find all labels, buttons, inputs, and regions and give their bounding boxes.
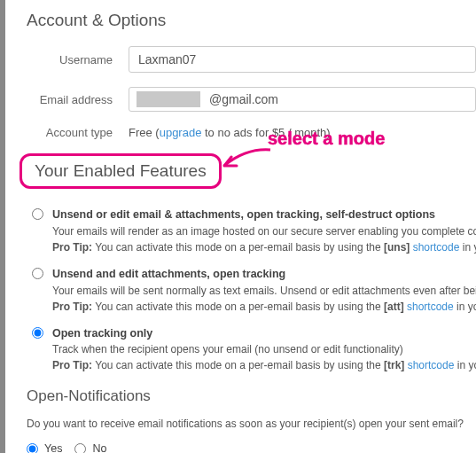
account-type-prefix: Free (: [129, 126, 160, 139]
radio-notif-yes[interactable]: [27, 443, 38, 453]
protip-post: in your email's subject: [454, 301, 476, 313]
option-desc: Your emails will be sent normally as tex…: [52, 283, 476, 299]
protip-code: [uns]: [384, 241, 410, 254]
feature-option-unsend-att[interactable]: Unsend and edit attachments, open tracki…: [27, 266, 476, 315]
page-title: Account & Options: [27, 11, 476, 30]
option-title: Open tracking only: [52, 325, 476, 342]
notif-yes-label: Yes: [44, 442, 62, 453]
shortcode-link[interactable]: shortcode: [408, 359, 455, 371]
option-desc: Track when the recipient opens your emai…: [52, 341, 476, 357]
feature-option-unsend-full[interactable]: Unsend or edit email & attachments, open…: [27, 207, 476, 255]
radio-track-only[interactable]: [32, 327, 43, 339]
username-label: Username: [27, 53, 129, 66]
row-email: Email address @gmail.com: [27, 87, 476, 112]
email-label: Email address: [27, 93, 129, 106]
protip-pre: You can activate this mode on a per-emai…: [92, 301, 384, 313]
option-body: Open tracking only Track when the recipi…: [52, 325, 476, 374]
notifications-heading: Open-Notifications: [27, 387, 476, 405]
option-title: Unsend and edit attachments, open tracki…: [52, 266, 476, 283]
notifications-yesno: Yes No: [27, 442, 476, 453]
option-protip: Pro Tip: You can activate this mode on a…: [52, 299, 476, 315]
notif-no-label: No: [92, 442, 106, 453]
account-type-label: Account type: [27, 126, 129, 139]
email-domain: @gmail.com: [209, 92, 278, 106]
left-gutter: [0, 0, 5, 453]
shortcode-link[interactable]: shortcode: [413, 241, 460, 254]
protip-pre: You can activate this mode on a per-emai…: [92, 241, 384, 254]
protip-code: [att]: [384, 301, 404, 313]
email-local-redacted: [137, 91, 200, 107]
upgrade-link[interactable]: upgrade: [160, 126, 202, 139]
email-input[interactable]: @gmail.com: [129, 87, 476, 112]
row-username: Username: [27, 46, 476, 73]
option-body: Unsend and edit attachments, open tracki…: [52, 266, 476, 315]
protip-label: Pro Tip:: [52, 359, 92, 371]
notifications-question: Do you want to receive email notificatio…: [27, 418, 476, 430]
option-protip: Pro Tip: You can activate this mode on a…: [52, 239, 476, 255]
annotation-arrow-icon: [219, 146, 272, 173]
page-content: Account & Options Username Email address…: [0, 0, 476, 453]
shortcode-link[interactable]: shortcode: [407, 301, 454, 313]
protip-label: Pro Tip:: [52, 241, 92, 254]
protip-post: in your email's subject: [454, 359, 476, 371]
protip-pre: You can activate this mode on a per-emai…: [92, 359, 384, 371]
username-input[interactable]: [129, 46, 476, 73]
option-body: Unsend or edit email & attachments, open…: [52, 207, 476, 255]
radio-notif-no[interactable]: [74, 443, 86, 453]
option-title: Unsend or edit email & attachments, open…: [52, 207, 476, 223]
option-protip: Pro Tip: You can activate this mode on a…: [52, 357, 476, 373]
feature-option-track-only[interactable]: Open tracking only Track when the recipi…: [27, 325, 476, 374]
radio-unsend-att[interactable]: [32, 268, 43, 279]
features-heading: Your Enabled Features: [20, 153, 222, 189]
protip-post: in your email's subject: [459, 241, 476, 254]
row-account-type: Account type Free (upgrade to no ads for…: [27, 126, 476, 139]
features-heading-wrap: Your Enabled Features select a mode: [20, 153, 476, 189]
annotation-text: select a mode: [268, 129, 385, 149]
radio-unsend-full[interactable]: [32, 208, 43, 220]
option-desc: Your emails will render as an image host…: [52, 223, 476, 239]
protip-code: [trk]: [384, 359, 404, 371]
protip-label: Pro Tip:: [52, 301, 92, 313]
